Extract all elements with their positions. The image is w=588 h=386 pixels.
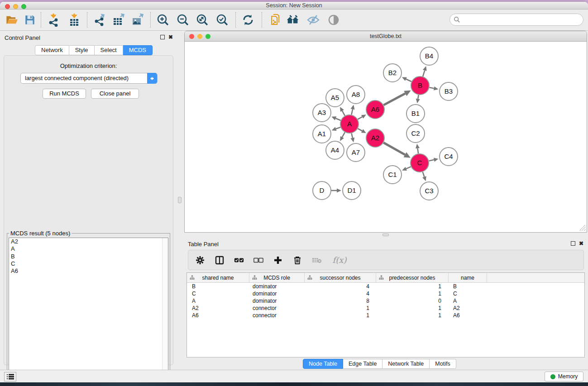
show-all-networks-icon[interactable] bbox=[286, 13, 300, 27]
column-header[interactable]: shared name bbox=[187, 273, 249, 282]
export-network-icon[interactable] bbox=[92, 13, 107, 27]
mcds-result-list[interactable]: A2 A B C A6 bbox=[9, 238, 168, 382]
graph-edge-arrow bbox=[332, 127, 337, 131]
import-table-icon[interactable] bbox=[67, 13, 81, 27]
graph-edge bbox=[406, 79, 411, 81]
table-row[interactable]: A2 connector 1 1 A2 bbox=[187, 305, 584, 312]
flatten-column-icon bbox=[379, 275, 384, 280]
network-graph-canvas[interactable]: B4B2BB3A8A5A6A3B1AA1C2A2A4A7C4CC1C3DD1 bbox=[185, 42, 587, 233]
table-panel-title: Table Panel bbox=[188, 241, 219, 248]
column-header[interactable]: name bbox=[449, 273, 487, 282]
task-history-button[interactable] bbox=[4, 372, 16, 381]
column-header[interactable]: predecessor nodes bbox=[376, 273, 449, 282]
splitter-grip[interactable] bbox=[178, 197, 182, 203]
minimize-window-button[interactable] bbox=[197, 34, 202, 39]
show-column-icon[interactable] bbox=[215, 255, 225, 265]
table-row[interactable]: A dominator 8 0 A bbox=[187, 297, 584, 305]
close-panel-button[interactable]: Close panel bbox=[91, 89, 139, 99]
table-row[interactable]: A6 connector 1 1 A6 bbox=[187, 312, 584, 319]
vertical-splitter[interactable] bbox=[177, 31, 183, 370]
graph-edge-arrow bbox=[434, 86, 439, 91]
maximize-window-button[interactable] bbox=[206, 34, 210, 39]
tab-motifs[interactable]: Motifs bbox=[430, 359, 456, 369]
splitter-grip[interactable] bbox=[382, 234, 389, 236]
graph-edge bbox=[423, 172, 425, 177]
hide-graphics-details-icon[interactable] bbox=[306, 13, 320, 27]
select-stepper-icon bbox=[147, 73, 157, 84]
list-item[interactable]: A2 bbox=[9, 238, 168, 245]
tab-style[interactable]: Style bbox=[69, 45, 95, 55]
list-item[interactable]: C bbox=[9, 260, 168, 267]
graph-node-label: A1 bbox=[318, 130, 326, 138]
toolbar-separator bbox=[262, 12, 262, 28]
table-row[interactable]: C dominator 4 1 C bbox=[187, 290, 584, 297]
select-all-icon[interactable] bbox=[234, 255, 244, 265]
graph-node-label: C1 bbox=[388, 171, 397, 178]
list-item[interactable]: A6 bbox=[9, 267, 168, 275]
graph-node-label: C4 bbox=[444, 152, 453, 160]
graph-edge bbox=[383, 143, 405, 155]
import-network-icon[interactable] bbox=[46, 13, 61, 27]
window-resize-grip[interactable] bbox=[580, 225, 586, 231]
zoom-in-icon[interactable] bbox=[156, 13, 170, 27]
delete-table-icon[interactable] bbox=[312, 255, 322, 265]
graph-edge bbox=[336, 119, 341, 121]
tab-select[interactable]: Select bbox=[95, 45, 123, 55]
create-column-icon[interactable] bbox=[273, 255, 283, 265]
tab-network-table[interactable]: Network Table bbox=[382, 359, 430, 369]
column-header[interactable]: successor nodes bbox=[305, 273, 376, 282]
close-window-button[interactable] bbox=[189, 34, 194, 39]
run-mcds-button[interactable]: Run MCDS bbox=[43, 89, 86, 99]
tab-edge-table[interactable]: Edge Table bbox=[343, 359, 382, 369]
flatten-column-icon bbox=[190, 275, 195, 280]
horizontal-splitter[interactable] bbox=[183, 233, 588, 237]
zoom-out-icon[interactable] bbox=[176, 13, 190, 27]
list-icon bbox=[7, 374, 14, 380]
graph-node-label: A7 bbox=[352, 148, 360, 156]
network-window-titlebar: testGlobe.txt bbox=[185, 31, 587, 42]
clone-network-icon[interactable] bbox=[269, 13, 283, 27]
export-table-icon[interactable] bbox=[111, 13, 126, 27]
float-panel-icon[interactable] bbox=[571, 241, 575, 246]
export-image-icon[interactable] bbox=[130, 13, 145, 27]
graph-node-label: D bbox=[320, 186, 325, 194]
close-window-button[interactable] bbox=[5, 4, 10, 9]
save-session-icon[interactable] bbox=[23, 13, 37, 27]
desktop-background bbox=[0, 382, 588, 386]
search-field[interactable] bbox=[449, 14, 583, 26]
optimization-criterion-select[interactable]: largest connected component (directed) bbox=[20, 73, 158, 84]
unselect-all-icon[interactable] bbox=[253, 255, 263, 265]
graph-edge-arrow bbox=[416, 144, 420, 149]
float-panel-icon[interactable] bbox=[160, 35, 165, 39]
maximize-window-button[interactable] bbox=[21, 4, 26, 9]
result-scrollbar[interactable] bbox=[162, 238, 168, 382]
list-item[interactable]: A bbox=[9, 245, 168, 253]
graph-node-label: D1 bbox=[347, 186, 356, 194]
function-builder-icon[interactable]: f(x) bbox=[331, 255, 348, 265]
show-graphics-details-icon[interactable] bbox=[326, 13, 341, 27]
tab-mcds[interactable]: MCDS bbox=[123, 45, 153, 55]
open-session-icon[interactable] bbox=[5, 13, 19, 27]
delete-column-icon[interactable] bbox=[292, 255, 302, 265]
zoom-selected-icon[interactable] bbox=[215, 13, 229, 27]
tab-node-table[interactable]: Node Table bbox=[303, 359, 343, 369]
graph-node-label: B4 bbox=[425, 52, 433, 60]
flatten-column-icon bbox=[252, 275, 257, 280]
settings-gear-icon[interactable] bbox=[195, 255, 205, 265]
memory-label: Memory bbox=[558, 373, 578, 380]
list-item[interactable]: B bbox=[9, 253, 168, 260]
control-panel: Control Panel ✖ Network Style Select MCD… bbox=[0, 31, 177, 370]
close-panel-icon[interactable]: ✖ bbox=[579, 240, 583, 247]
status-bar: Memory bbox=[0, 370, 588, 382]
minimize-window-button[interactable] bbox=[13, 4, 18, 9]
zoom-fit-icon[interactable] bbox=[195, 13, 210, 27]
close-panel-icon[interactable]: ✖ bbox=[168, 34, 173, 40]
column-header-empty bbox=[487, 273, 584, 282]
refresh-icon[interactable] bbox=[241, 13, 255, 27]
memory-button[interactable]: Memory bbox=[545, 372, 583, 381]
column-header[interactable]: MCDS role bbox=[249, 273, 305, 282]
toolbar-separator bbox=[235, 12, 236, 28]
tab-network[interactable]: Network bbox=[35, 45, 69, 55]
table-row[interactable]: B dominator 4 1 B bbox=[187, 283, 584, 290]
search-input[interactable] bbox=[460, 17, 583, 23]
